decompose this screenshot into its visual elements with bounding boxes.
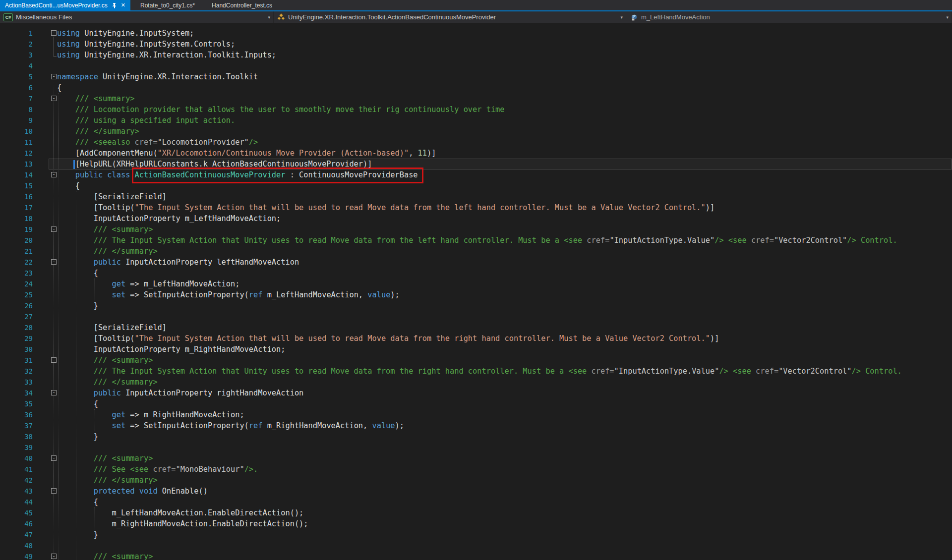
code-line-33[interactable]: 33 /// </summary> (0, 377, 952, 388)
code-line-15[interactable]: 15 { (0, 180, 952, 191)
code-line-34[interactable]: 34- public InputActionProperty rightHand… (0, 388, 952, 398)
code-line-31[interactable]: 31- /// <summary> (0, 355, 952, 366)
code-line-5[interactable]: 5-namespace UnityEngine.XR.Interaction.T… (0, 71, 952, 82)
fold-collapse-icon[interactable]: - (51, 172, 57, 177)
code-line-12[interactable]: 12 [AddComponentMenu("XR/Locomotion/Cont… (0, 148, 952, 159)
code-line-39[interactable]: 39 (0, 442, 952, 453)
code-line-8[interactable]: 8 /// Locomotion provider that allows th… (0, 104, 952, 115)
code-line-42[interactable]: 42 /// </summary> (0, 475, 952, 486)
code-line-11[interactable]: 11 /// <seealso cref="LocomotionProvider… (0, 137, 952, 148)
line-number: 22 (0, 257, 33, 268)
fold-collapse-icon[interactable]: - (51, 74, 57, 79)
code-line-36[interactable]: 36 get => m_RightHandMoveAction; (0, 409, 952, 420)
line-number: 16 (0, 191, 33, 202)
line-number: 24 (0, 279, 33, 289)
code-line-22[interactable]: 22- public InputActionProperty leftHandM… (0, 257, 952, 268)
fold-collapse-icon[interactable]: - (51, 554, 57, 559)
code-line-49[interactable]: 49- /// <summary> (0, 551, 952, 560)
code-text: /// The Input System Action that Unity u… (57, 366, 902, 377)
code-line-6[interactable]: 6{ (0, 82, 952, 93)
fold-collapse-icon[interactable]: - (51, 357, 57, 363)
code-line-40[interactable]: 40- /// <summary> (0, 453, 952, 464)
code-line-23[interactable]: 23 { (0, 268, 952, 279)
code-line-25[interactable]: 25 set => SetInputActionProperty(ref m_L… (0, 289, 952, 300)
code-line-20[interactable]: 20 /// The Input System Action that Unit… (0, 235, 952, 246)
code-line-3[interactable]: 3using UnityEngine.XR.Interaction.Toolki… (0, 50, 952, 60)
code-line-44[interactable]: 44 { (0, 497, 952, 507)
tab-active-file[interactable]: ActionBasedConti...usMoveProvider.cs ✕ (0, 0, 130, 10)
code-text: /// using a specified input action. (57, 115, 235, 126)
line-number: 13 (0, 159, 33, 169)
code-line-4[interactable]: 4 (0, 60, 952, 71)
code-line-13[interactable]: 13 [HelpURL(XRHelpURLConstants.k_ActionB… (0, 159, 952, 169)
code-text: /// <summary> (57, 551, 153, 560)
fold-collapse-icon[interactable]: - (51, 226, 57, 232)
fold-collapse-icon[interactable]: - (51, 259, 57, 265)
fold-collapse-icon[interactable]: - (51, 455, 57, 461)
pin-icon[interactable] (112, 2, 117, 8)
code-text: /// <seealso cref="LocomotionProvider"/> (57, 137, 258, 148)
code-line-47[interactable]: 47 } (0, 529, 952, 540)
close-icon[interactable]: ✕ (121, 2, 125, 8)
line-number: 17 (0, 202, 33, 213)
code-line-30[interactable]: 30 InputActionProperty m_RightHandMoveAc… (0, 344, 952, 355)
line-number: 30 (0, 344, 33, 355)
code-line-10[interactable]: 10 /// </summary> (0, 126, 952, 137)
fold-collapse-icon[interactable]: - (51, 30, 57, 36)
code-line-16[interactable]: 16 [SerializeField] (0, 191, 952, 202)
code-text: using UnityEngine.XR.Interaction.Toolkit… (57, 50, 276, 60)
code-line-1[interactable]: 1-using UnityEngine.InputSystem; (0, 28, 952, 39)
code-line-17[interactable]: 17 [Tooltip("The Input System Action tha… (0, 202, 952, 213)
code-line-7[interactable]: 7- /// <summary> (0, 93, 952, 104)
code-text: [AddComponentMenu("XR/Locomotion/Continu… (57, 148, 436, 159)
chevron-down-icon[interactable]: ▾ (946, 15, 949, 20)
code-line-35[interactable]: 35 { (0, 398, 952, 409)
line-number: 21 (0, 246, 33, 257)
tab-rotate-file[interactable]: Rotate_to0_city1.cs* (133, 0, 202, 10)
code-line-37[interactable]: 37 set => SetInputActionProperty(ref m_R… (0, 420, 952, 431)
code-line-19[interactable]: 19- /// <summary> (0, 224, 952, 235)
code-line-18[interactable]: 18 InputActionProperty m_LeftHandMoveAct… (0, 213, 952, 224)
code-text: /// </summary> (57, 126, 139, 137)
code-line-38[interactable]: 38 } (0, 431, 952, 442)
code-text: using UnityEngine.InputSystem; (57, 28, 194, 39)
project-dropdown[interactable]: C# Miscellaneous Files ▾ (0, 11, 274, 23)
code-line-26[interactable]: 26 } (0, 300, 952, 311)
code-line-2[interactable]: 2using UnityEngine.InputSystem.Controls; (0, 39, 952, 50)
code-text: /// <summary> (57, 93, 135, 104)
tab-bar: ActionBasedConti...usMoveProvider.cs ✕ R… (0, 0, 952, 10)
code-line-14[interactable]: 14- public class ActionBasedContinuousMo… (0, 169, 952, 180)
code-line-41[interactable]: 41 /// See <see cref="MonoBehaviour"/>. (0, 464, 952, 475)
code-line-29[interactable]: 29 [Tooltip("The Input System Action tha… (0, 333, 952, 344)
code-line-9[interactable]: 9 /// using a specified input action. (0, 115, 952, 126)
fold-collapse-icon[interactable]: - (51, 96, 57, 101)
code-line-43[interactable]: 43- protected void OnEnable() (0, 486, 952, 497)
member-dropdown[interactable]: m_LeftHandMoveAction ▾ (626, 11, 952, 23)
line-number: 20 (0, 235, 33, 246)
type-dropdown[interactable]: UnityEngine.XR.Interaction.Toolkit.Actio… (274, 11, 626, 23)
class-icon (277, 13, 285, 21)
code-line-48[interactable]: 48 (0, 540, 952, 551)
code-text: [Tooltip("The Input System Action that w… (57, 202, 714, 213)
project-dropdown-label: Miscellaneous Files (16, 13, 72, 21)
code-text: { (57, 180, 80, 191)
tab-label: Rotate_to0_city1.cs* (140, 2, 195, 9)
code-line-24[interactable]: 24 get => m_LeftHandMoveAction; (0, 279, 952, 289)
code-text: using UnityEngine.InputSystem.Controls; (57, 39, 235, 50)
line-number: 49 (0, 551, 33, 560)
code-line-45[interactable]: 45 m_LeftHandMoveAction.EnableDirectActi… (0, 507, 952, 518)
code-line-27[interactable]: 27 (0, 311, 952, 322)
code-line-32[interactable]: 32 /// The Input System Action that Unit… (0, 366, 952, 377)
line-number: 35 (0, 398, 33, 409)
fold-collapse-icon[interactable]: - (51, 390, 57, 395)
fold-collapse-icon[interactable]: - (51, 488, 57, 494)
chevron-down-icon[interactable]: ▾ (268, 15, 270, 20)
code-line-28[interactable]: 28 [SerializeField] (0, 322, 952, 333)
code-editor[interactable]: 1-using UnityEngine.InputSystem;2using U… (0, 23, 952, 560)
code-line-21[interactable]: 21 /// </summary> (0, 246, 952, 257)
chevron-down-icon[interactable]: ▾ (620, 15, 623, 20)
csharp-file-icon: C# (3, 13, 13, 21)
code-line-46[interactable]: 46 m_RightHandMoveAction.EnableDirectAct… (0, 518, 952, 529)
tab-handcontroller-file[interactable]: HandController_test.cs (202, 0, 282, 10)
line-number: 15 (0, 180, 33, 191)
